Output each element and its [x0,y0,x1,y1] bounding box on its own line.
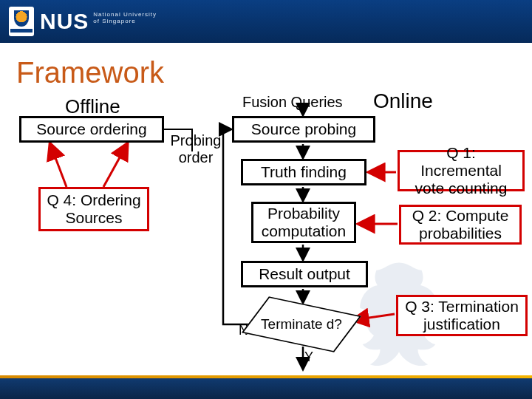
label-y: Y [304,349,313,365]
callout-q2: Q 2: Compute probabilities [399,205,522,245]
brand-block: NUS National University of Singapore [40,9,157,34]
box-source-ordering: Source ordering [19,116,164,143]
box-source-probing: Source probing [232,116,375,143]
shield-icon [14,10,29,27]
brand-subtitle: National University of Singapore [93,12,157,25]
logo-bar-icon [10,29,33,33]
app-header: NUS National University of Singapore [0,0,532,43]
diagram-stage: Offline Online Fusion Queries Probing or… [0,89,532,399]
slide-title: Framework [16,56,532,89]
nus-logo-badge [9,7,34,36]
footer-bar [0,378,532,399]
brand-name: NUS [40,9,89,34]
label-probing-order: Probing order [170,132,222,166]
callout-q4: Q 4: Ordering Sources [38,187,149,231]
svg-line-7 [50,144,66,187]
decision-terminate: Terminate d? [254,299,349,349]
label-offline: Offline [65,95,120,118]
label-online: Online [373,89,433,113]
callout-q3: Q 3: Termination justification [396,295,528,336]
label-fusion-queries: Fusion Queries [242,94,343,111]
svg-line-8 [103,144,127,187]
callout-q1: Q 1: Incremental vote counting [398,150,525,191]
box-truth-finding: Truth finding [241,159,366,185]
box-result-output: Result output [241,261,368,287]
box-probability-computation: Probability computation [251,202,356,243]
